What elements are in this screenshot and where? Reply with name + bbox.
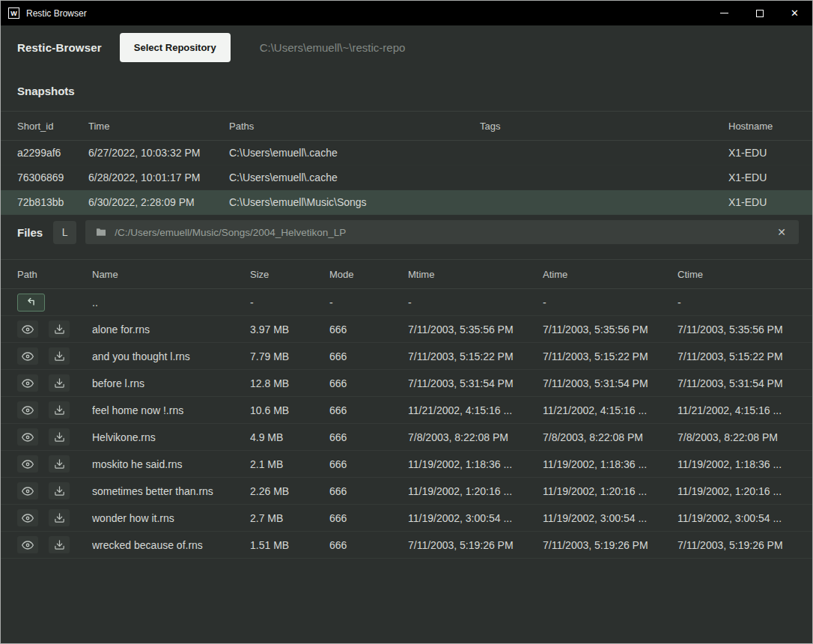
files-column-path[interactable]: Path [17,269,92,280]
file-row[interactable]: before l.rns 12.8 MB 666 7/11/2003, 5:31… [1,370,812,397]
download-icon [54,539,65,550]
download-file-button[interactable] [49,509,70,526]
download-file-button[interactable] [49,374,70,392]
restic-browser-window: W Restic Browser ✕ Restic-Browser Select… [0,0,813,644]
eye-icon [22,512,34,524]
preview-file-button[interactable] [17,482,38,499]
file-mode: 666 [329,431,408,443]
file-name: .. [92,297,250,309]
file-atime: 7/11/2003, 5:31:54 PM [543,377,678,389]
download-file-button[interactable] [49,347,70,365]
file-size: 4.9 MB [250,431,329,443]
up-directory-icon [25,296,37,309]
file-row[interactable]: feel home now !.rns 10.6 MB 666 11/21/20… [1,397,812,424]
file-mtime: 11/21/2002, 4:15:16 ... [408,404,543,416]
snapshot-row[interactable]: 76306869 6/28/2022, 10:01:17 PM C:\Users… [1,165,812,190]
preview-file-button[interactable] [17,428,38,446]
preview-file-button[interactable] [17,374,38,392]
download-icon [54,377,65,389]
file-mode: - [329,297,408,309]
files-table-header: Path Name Size Mode Mtime Atime Ctime [1,259,812,289]
download-file-button[interactable] [49,321,70,338]
file-mode: 666 [329,404,408,416]
preview-file-button[interactable] [17,509,38,526]
file-mtime: 7/8/2003, 8:22:08 PM [408,431,543,443]
file-name: wonder how it.rns [92,512,250,524]
file-atime: 7/11/2003, 5:15:22 PM [543,350,678,362]
download-file-button[interactable] [49,455,70,473]
file-size: 10.6 MB [250,404,329,416]
go-to-parent-button[interactable] [17,294,45,312]
select-repository-button[interactable]: Select Repository [120,33,231,62]
snapshots-column-hostname[interactable]: Hostname [728,121,796,132]
file-name: alone for.rns [92,323,250,335]
snapshot-row[interactable]: a2299af6 6/27/2022, 10:03:32 PM C:\Users… [1,141,812,165]
download-icon [54,350,65,362]
file-atime: 11/19/2002, 1:18:36 ... [543,458,678,470]
files-column-mode[interactable]: Mode [329,269,408,280]
close-button[interactable]: ✕ [777,1,812,25]
files-column-mtime[interactable]: Mtime [408,269,543,280]
file-mode: 666 [329,485,408,497]
download-file-button[interactable] [49,428,70,446]
snapshot-paths: C:\Users\emuell\Music\Songs [229,196,480,208]
preview-file-button[interactable] [17,321,38,338]
folder-icon [95,226,107,238]
file-atime: 7/8/2003, 8:22:08 PM [543,431,678,443]
file-ctime: 11/19/2002, 3:00:54 ... [678,512,812,524]
eye-icon [22,323,34,335]
file-size: 7.79 MB [250,350,329,362]
file-name: Helvikone.rns [92,431,250,443]
file-path-bar[interactable]: /C:/Users/emuell/Music/Songs/2004_Helvet… [85,220,799,244]
files-toolbar: Files L /C:/Users/emuell/Music/Songs/200… [1,215,812,250]
preview-file-button[interactable] [17,536,38,553]
file-row[interactable]: and you thought l.rns 7.79 MB 666 7/11/2… [1,343,812,370]
snapshots-column-paths[interactable]: Paths [229,121,480,132]
file-size: 1.51 MB [250,539,329,551]
preview-file-button[interactable] [17,401,38,419]
file-row[interactable]: wrecked because of.rns 1.51 MB 666 7/11/… [1,532,812,559]
files-column-size[interactable]: Size [250,269,329,280]
download-file-button[interactable] [49,401,70,419]
preview-file-button[interactable] [17,347,38,365]
file-row[interactable]: moskito he said.rns 2.1 MB 666 11/19/200… [1,451,812,478]
file-row[interactable]: sometimes better than.rns 2.26 MB 666 11… [1,478,812,505]
list-mode-button[interactable]: L [53,221,76,244]
file-ctime: 7/11/2003, 5:15:22 PM [678,350,812,362]
file-row[interactable]: alone for.rns 3.97 MB 666 7/11/2003, 5:3… [1,316,812,343]
snapshot-row-selected[interactable]: 72b813bb 6/30/2022, 2:28:09 PM C:\Users\… [1,190,812,215]
snapshots-column-tags[interactable]: Tags [480,121,728,132]
file-mtime: 7/11/2003, 5:35:56 PM [408,323,543,335]
snapshots-heading: Snapshots [1,69,812,111]
minimize-button[interactable] [707,1,742,25]
file-size: 12.8 MB [250,377,329,389]
parent-dir-row[interactable]: .. - - - - - [1,289,812,316]
snapshots-column-time[interactable]: Time [88,121,229,132]
snapshots-column-short-id[interactable]: Short_id [17,121,88,132]
file-mode: 666 [329,350,408,362]
preview-file-button[interactable] [17,455,38,473]
files-column-atime[interactable]: Atime [543,269,678,280]
download-icon [54,458,65,470]
file-mode: 666 [329,458,408,470]
files-column-ctime[interactable]: Ctime [678,269,812,280]
file-ctime: 7/11/2003, 5:31:54 PM [678,377,812,389]
file-name: sometimes better than.rns [92,485,250,497]
minimize-icon [720,13,728,13]
file-name: and you thought l.rns [92,350,250,362]
file-mtime: 11/19/2002, 1:18:36 ... [408,458,543,470]
file-row[interactable]: wonder how it.rns 2.7 MB 666 11/19/2002,… [1,505,812,532]
download-icon [54,512,65,523]
file-ctime: - [678,297,812,309]
clear-path-button[interactable]: ✕ [774,225,789,239]
eye-icon [22,539,34,551]
maximize-button[interactable] [742,1,777,25]
snapshot-short-id: a2299af6 [17,147,88,159]
file-row[interactable]: Helvikone.rns 4.9 MB 666 7/8/2003, 8:22:… [1,424,812,451]
file-ctime: 7/11/2003, 5:35:56 PM [678,323,812,335]
file-atime: 11/19/2002, 3:00:54 ... [543,512,678,524]
download-icon [54,323,65,335]
download-file-button[interactable] [49,482,70,499]
files-column-name[interactable]: Name [92,269,250,280]
download-file-button[interactable] [49,536,70,553]
